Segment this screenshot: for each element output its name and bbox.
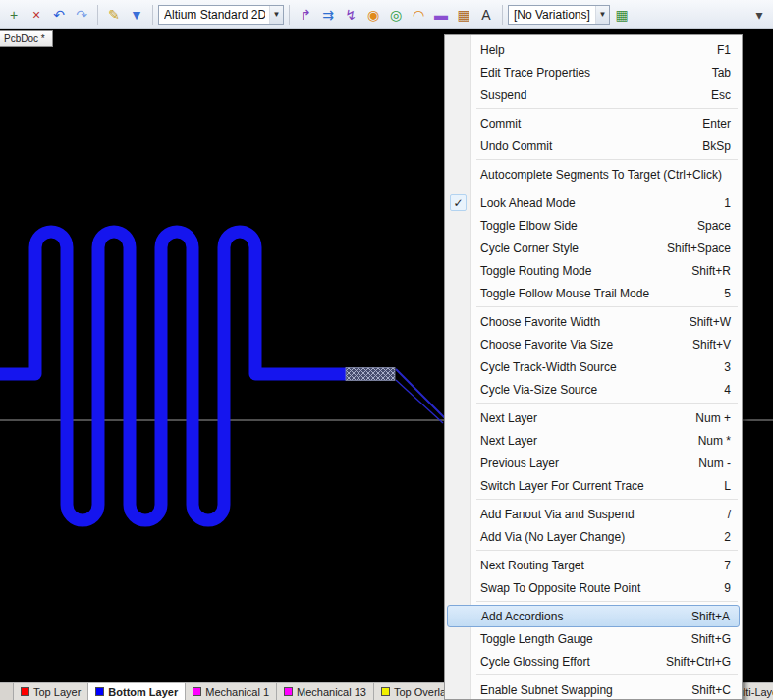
variant-board-icon[interactable]: ▦ <box>611 4 633 26</box>
select-tool-icon[interactable]: + <box>3 4 25 26</box>
menu-item-shortcut: Num + <box>695 411 731 425</box>
arc-icon[interactable]: ◠ <box>408 4 429 26</box>
menu-item-toggle-length-gauge[interactable]: Toggle Length GaugeShift+G <box>447 627 740 650</box>
via-icon[interactable]: ◎ <box>385 4 407 26</box>
menu-item-label: Choose Favorite Via Size <box>480 338 677 351</box>
menu-item-next-layer[interactable]: Next LayerNum * <box>447 429 740 452</box>
menu-separator <box>476 403 738 404</box>
menu-separator <box>476 674 738 675</box>
toolbar-separator <box>97 5 98 25</box>
menu-item-label: Choose Favorite Width <box>480 315 674 329</box>
menu-separator <box>476 499 738 500</box>
menu-item-autocomplete-segments-to-target-ctrl-click[interactable]: Autocomplete Segments To Target (Ctrl+Cl… <box>447 163 740 186</box>
pencil-icon[interactable]: ✎ <box>103 4 125 26</box>
layer-tab-scroll-button[interactable] <box>0 683 14 700</box>
menu-item-label: Edit Trace Properties <box>480 66 696 80</box>
route-multiple-icon[interactable]: ⇉ <box>317 4 339 26</box>
menu-item-commit[interactable]: CommitEnter <box>447 112 740 135</box>
chevron-down-icon[interactable]: ▼ <box>595 6 609 24</box>
menu-item-label: Next Layer <box>480 411 680 425</box>
delete-tool-icon[interactable]: × <box>26 4 47 26</box>
interactive-routing-icon[interactable]: ↱ <box>295 4 316 26</box>
serpentine-trace[interactable] <box>0 232 346 520</box>
menu-item-choose-favorite-width[interactable]: Choose Favorite WidthShift+W <box>447 310 740 333</box>
menu-separator <box>476 306 738 307</box>
menu-item-label: Cycle Track-Width Source <box>480 360 708 374</box>
menu-item-label: Undo Commit <box>480 139 687 153</box>
menu-item-label: Switch Layer For Current Trace <box>480 479 708 493</box>
menu-item-undo-commit[interactable]: Undo CommitBkSp <box>447 135 740 157</box>
menu-item-switch-layer-for-current-trace[interactable]: Switch Layer For Current TraceL <box>447 474 740 497</box>
altium-pcb-editor-window: +×↶↷✎▼Altium Standard 2D▼↱⇉↯◉◎◠▬▦A[No Va… <box>0 0 773 700</box>
menu-item-label: Commit <box>480 117 687 131</box>
menu-item-previous-layer[interactable]: Previous LayerNum - <box>447 452 740 474</box>
menu-item-label: Add Fanout Via and Suspend <box>480 508 712 521</box>
menu-item-label: Help <box>480 43 701 57</box>
layer-color-swatch <box>21 687 29 696</box>
variations-select[interactable]: [No Variations]▼ <box>508 5 610 25</box>
layer-tab-mechanical-13[interactable]: Mechanical 13 <box>277 683 374 700</box>
menu-item-edit-trace-properties[interactable]: Edit Trace PropertiesTab <box>447 61 740 83</box>
menu-item-enable-subnet-swapping[interactable]: Enable Subnet SwappingShift+C <box>447 678 740 700</box>
menu-item-shortcut: 7 <box>724 559 731 572</box>
menu-item-shortcut: 9 <box>724 581 731 595</box>
menu-item-shortcut: 4 <box>724 383 731 397</box>
menu-item-label: Suspend <box>480 88 695 102</box>
menu-item-shortcut: Enter <box>702 117 731 131</box>
layer-tab-top-layer[interactable]: Top Layer <box>14 683 88 700</box>
menu-item-cycle-glossing-effort[interactable]: Cycle Glossing EffortShift+Ctrl+G <box>447 650 740 673</box>
layer-tab-mechanical-1[interactable]: Mechanical 1 <box>186 683 277 700</box>
menu-item-choose-favorite-via-size[interactable]: Choose Favorite Via SizeShift+V <box>447 333 740 355</box>
fill-icon[interactable]: ▬ <box>430 4 452 26</box>
menu-item-swap-to-opposite-route-point[interactable]: Swap To Opposite Route Point9 <box>447 576 740 599</box>
menu-item-cycle-corner-style[interactable]: Cycle Corner StyleShift+Space <box>447 237 740 259</box>
menu-item-next-layer[interactable]: Next LayerNum + <box>447 406 740 429</box>
filter-icon[interactable]: ▼ <box>126 4 147 26</box>
menu-item-cycle-track-width-source[interactable]: Cycle Track-Width Source3 <box>447 355 740 378</box>
chevron-down-icon[interactable]: ▼ <box>269 6 283 24</box>
array-icon[interactable]: ▦ <box>453 4 474 26</box>
menu-item-shortcut: Space <box>697 219 731 233</box>
layer-tab-label: Mechanical 1 <box>205 686 269 698</box>
redo-icon[interactable]: ↷ <box>71 4 92 26</box>
menu-item-add-accordions[interactable]: Add AccordionsShift+A <box>447 605 740 627</box>
checkmark-icon: ✓ <box>450 194 467 211</box>
menu-item-suspend[interactable]: SuspendEsc <box>447 83 740 106</box>
pad-icon[interactable]: ◉ <box>362 4 384 26</box>
menu-item-shortcut: 3 <box>724 360 731 374</box>
menu-item-label: Autocomplete Segments To Target (Ctrl+Cl… <box>480 168 722 182</box>
menu-item-label: Toggle Routing Mode <box>480 264 676 278</box>
menu-item-shortcut: 5 <box>724 287 731 300</box>
layer-color-swatch <box>193 687 201 696</box>
menu-item-label: Add Accordions <box>481 610 676 623</box>
layer-tab-label: Mechanical 13 <box>297 686 366 698</box>
menu-item-shortcut: Num * <box>698 434 731 448</box>
toolbar-more-arrow-icon[interactable]: ▾ <box>748 4 770 26</box>
menu-item-next-routing-target[interactable]: Next Routing Target7 <box>447 554 740 576</box>
document-tab[interactable]: PcbDoc * <box>0 30 53 47</box>
hatched-trace-segment[interactable] <box>346 368 395 381</box>
menu-item-add-fanout-via-and-suspend[interactable]: Add Fanout Via and Suspend/ <box>447 503 740 525</box>
menu-item-cycle-via-size-source[interactable]: Cycle Via-Size Source4 <box>447 378 740 401</box>
variations-select-value: [No Variations] <box>514 8 591 22</box>
menu-separator <box>476 601 738 602</box>
layer-color-swatch <box>95 687 104 696</box>
menu-item-shortcut: 2 <box>724 530 731 544</box>
view-configuration-select[interactable]: Altium Standard 2D▼ <box>158 5 284 25</box>
layer-tab-label: Top Overlay <box>394 686 452 698</box>
menu-item-toggle-follow-mouse-trail-mode[interactable]: Toggle Follow Mouse Trail Mode5 <box>447 282 740 304</box>
menu-item-toggle-elbow-side[interactable]: Toggle Elbow SideSpace <box>447 214 740 237</box>
menu-item-shortcut: Shift+Space <box>667 242 731 255</box>
menu-item-toggle-routing-mode[interactable]: Toggle Routing ModeShift+R <box>447 259 740 282</box>
layer-color-swatch <box>284 687 293 696</box>
string-icon[interactable]: A <box>475 4 497 26</box>
menu-separator <box>476 108 738 109</box>
menu-item-help[interactable]: HelpF1 <box>447 38 740 61</box>
undo-icon[interactable]: ↶ <box>48 4 70 26</box>
menu-item-look-ahead-mode[interactable]: ✓Look Ahead Mode1 <box>447 191 740 214</box>
menu-item-shortcut: Shift+V <box>692 338 731 351</box>
menu-item-add-via-no-layer-change[interactable]: Add Via (No Layer Change)2 <box>447 525 740 548</box>
differential-pair-routing-icon[interactable]: ↯ <box>340 4 361 26</box>
menu-item-shortcut: Esc <box>711 88 731 102</box>
layer-tab-bottom-layer[interactable]: Bottom Layer <box>88 683 186 700</box>
